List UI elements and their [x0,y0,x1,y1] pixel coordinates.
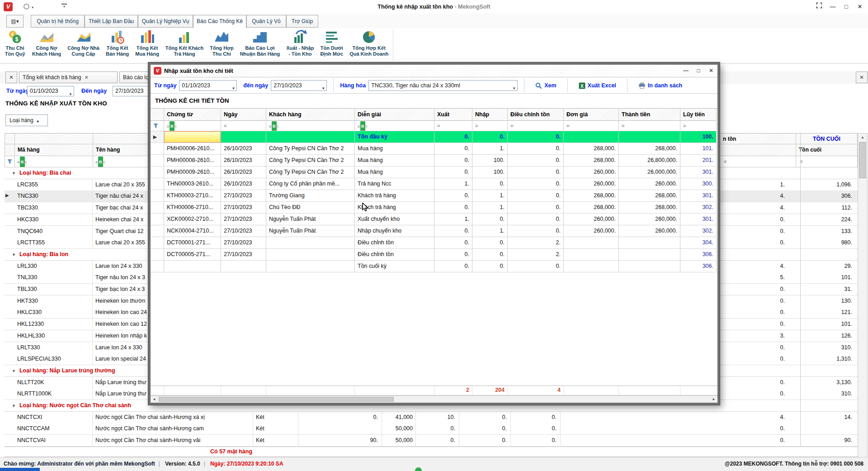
toolbar-button-3[interactable]: Công Nợ Nhà Cung Cấp [64,28,103,57]
detail-row[interactable]: KTH00003-2710...27/10/2023Trường GiangKh… [151,190,717,202]
scrollbar-thumb[interactable] [159,397,394,402]
toolbar-button-7[interactable]: Tổng Hợp Thu Chi [207,28,236,57]
scrollbar-thumb[interactable] [859,142,866,178]
close-button[interactable]: ✕ [855,2,864,11]
filter-cell[interactable]: = [472,121,508,131]
view-button[interactable]: Xem [535,82,556,89]
print-list-button[interactable]: In danh sách [638,82,682,89]
tab-1[interactable]: Quản trị hệ thống [31,15,85,28]
toolbar-button-10[interactable]: Tồn Dưới Định Mức [317,28,346,57]
dialog-title-bar[interactable]: V Nhập xuất tồn kho chi tiết — □ ✕ [151,65,717,77]
toolbar-button-4[interactable]: Tổng Kết Bán Hàng [103,28,132,57]
detail-row[interactable]: PMH00008-2610...26/10/2023Công Ty Pepsi … [151,155,717,167]
abc-filter-icon[interactable]: aBc [95,160,105,164]
filter-funnel-icon[interactable] [7,159,12,164]
filter-cell[interactable]: aBc [266,121,355,131]
col-ma-hang[interactable]: Mã hàng [15,144,93,156]
equals-filter-icon[interactable]: = [437,123,440,128]
col-header[interactable]: Điều chỉnh tồn [508,109,564,121]
filter-cell[interactable]: aBc [164,121,221,131]
filter-cell[interactable]: = [434,121,472,131]
col-header[interactable]: Chứng từ [164,109,221,121]
col-header[interactable]: Diễn giải [355,109,434,121]
toolbar-button-6[interactable]: Tổng Kết Khách Trả Hàng [162,28,207,57]
dialog-to-date-input[interactable]: 27/10/2023▼ [271,80,327,91]
collapse-icon[interactable]: ▼ [12,252,16,257]
ton-cuoi-band-header[interactable]: TỒN CUỐI [796,133,858,144]
filter-cell[interactable]: = [680,121,717,131]
detail-row[interactable]: NCK00004-2710...27/10/2023Nguyễn Tuấn Ph… [151,225,717,237]
col-header[interactable]: Lũy tiến [680,109,717,121]
filter-cell[interactable]: aBc [355,121,434,131]
toolbar-button-8[interactable]: Báo Cáo Lợi Nhuận Bán Hàng [237,28,283,57]
collapse-icon[interactable]: ▼ [12,404,16,408]
toolbar-button-9[interactable]: Xuất - Nhập - Tồn Kho [283,28,317,57]
filter-cell[interactable]: = [221,121,266,131]
abc-filter-icon[interactable]: aBc [167,124,177,128]
col-header[interactable]: Xuất [434,109,472,121]
detail-row[interactable]: XCK00002-2710...27/10/2023Nguyễn Tuấn Ph… [151,214,717,225]
detail-row[interactable]: PMH00006-2610...26/10/2023Công Ty Pepsi … [151,143,717,155]
minimize-button[interactable]: — [828,2,837,11]
selected-cell[interactable] [164,131,221,143]
chevron-down-icon[interactable]: ▼ [231,84,235,94]
chevron-down-icon[interactable]: ▼ [512,84,516,94]
filter-funnel-icon[interactable] [153,123,158,128]
col-header[interactable]: Khách hàng [266,109,355,121]
col-header[interactable]: Ngày [221,109,266,121]
tab-3[interactable]: Quản Lý Nghiệp Vụ [138,15,193,28]
equals-filter-icon[interactable]: = [475,123,478,128]
filter-cell[interactable]: = [508,121,564,131]
abc-filter-icon[interactable]: aBc [17,160,27,164]
dialog-minimize-button[interactable]: — [682,67,689,75]
scroll-up-icon[interactable]: ▲ [858,133,867,142]
chevron-down-icon[interactable]: ▼ [321,84,325,94]
col-header[interactable]: Đơn giá [564,109,619,121]
dialog-close-button[interactable]: ✕ [708,67,715,75]
export-excel-button[interactable]: XXuất Excel [579,82,616,89]
collapse-icon[interactable]: ▼ [12,171,16,176]
detail-row[interactable]: PMH00009-2610...26/10/2023Công Ty Pepsi … [151,167,717,178]
detail-row[interactable]: DCT00001-271...27/10/2023Điều chỉnh tồn0… [151,237,717,249]
detail-row[interactable]: THN00003-2610...26/10/2023Công ty Cổ phầ… [151,178,717,190]
dialog-from-date-input[interactable]: 01/10/2023▼ [179,80,237,91]
tab-6[interactable]: Trợ Giúp [286,15,318,28]
equals-filter-icon[interactable]: = [566,123,569,128]
detail-row[interactable]: DCT00005-271...27/10/2023Điều chỉnh tồn0… [151,249,717,261]
toolbar-button-11[interactable]: Tổng Hợp Kết Quả Kinh Doanh [346,28,392,57]
abc-filter-icon[interactable]: aBc [269,124,279,128]
table-row[interactable]: NNCTCVAINước ngọt Cần Thơ chai sành-Hươn… [5,435,858,447]
table-row[interactable]: NNCTCCAMNước ngọt Cần Thơ chai sành-Hươn… [5,423,858,435]
equals-filter-icon[interactable]: = [510,123,513,128]
abc-filter-icon[interactable]: aBc [358,124,368,128]
scroll-left-icon[interactable]: ◄ [151,396,158,403]
equals-filter-icon[interactable]: = [724,159,726,164]
fullscreen-button[interactable] [815,2,824,11]
col-ton-cuoi[interactable]: Tồn cuối [796,144,858,156]
detail-row[interactable]: KTH00006-2710...27/10/2023Chú Tèo ĐĐKhác… [151,202,717,214]
toolbar-button-5[interactable]: Tổng Kết Mua Hàng [132,28,162,57]
dialog-maximize-button[interactable]: □ [695,67,702,75]
tab-4[interactable]: Báo Cáo Thống Kê [193,15,246,29]
table-row[interactable]: NNCTCXINước ngọt Cần Thơ chai sành-Hương… [5,412,858,423]
menu-button[interactable]: ▤▾ [6,15,24,28]
toolbar-button-2[interactable]: Công Nợ Khách Hàng [29,28,64,57]
equals-filter-icon[interactable]: = [622,123,624,128]
equals-filter-icon[interactable]: = [224,123,226,128]
detail-row[interactable]: ▶Tồn đầu kỳ0.0.0.100. [151,131,717,143]
filter-cell[interactable]: = [619,121,680,131]
col-header[interactable]: Thành tiền [619,109,680,121]
product-combobox[interactable]: TNC330, Tiger nâu chai 24 x 330ml▼ [368,80,518,91]
equals-filter-icon[interactable]: = [683,123,686,128]
toolbar-button-1[interactable]: €$Thu Chi Tồn Quỹ [1,28,29,57]
scroll-right-icon[interactable]: ► [710,396,717,403]
tab-5[interactable]: Quản Lý Vỏ [246,15,286,28]
col-header[interactable]: Nhập [472,109,508,121]
horizontal-scrollbar[interactable]: ◄ ► [151,395,717,403]
detail-row[interactable]: Tồn cuối kỳ0.0.0.306. [151,261,717,272]
collapse-icon[interactable]: ▼ [12,369,16,373]
maximize-button[interactable]: □ [842,2,851,11]
filter-cell[interactable]: = [564,121,619,131]
tab-2[interactable]: Thiết Lập Ban Đầu [85,15,138,28]
vertical-scrollbar[interactable]: ▲ ▼ [858,133,868,471]
